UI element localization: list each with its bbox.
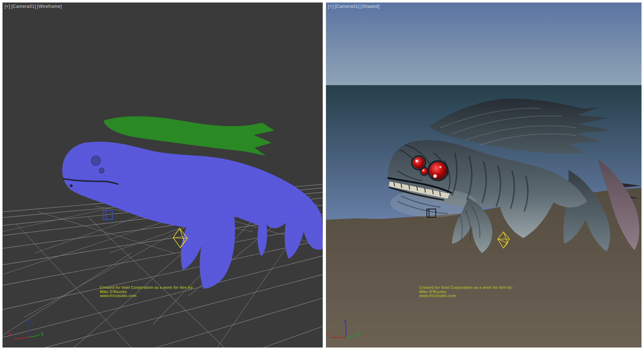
sky-background: [326, 3, 641, 85]
axis-x-label: x: [327, 331, 329, 336]
axis-x-label: X: [8, 332, 11, 337]
viewport-overlay-menu[interactable]: [+]: [328, 4, 333, 9]
fish-eye-outline-large: [91, 156, 101, 165]
watermark-line-1: Created for Intel Corporation as a work …: [419, 286, 513, 290]
eye-medium: [413, 157, 424, 169]
viewport-overlay-menu[interactable]: [+]: [5, 4, 10, 9]
world-axis-gizmo: X Z y: [8, 319, 44, 339]
watermark-line-1: Created for Intel Corporation as a work …: [100, 286, 194, 290]
axis-y-label: y: [41, 331, 44, 336]
axis-y-line: [29, 334, 40, 337]
watermark-line-3: www.frizstudio.com: [419, 294, 513, 298]
viewport-pov-menu[interactable]: [Camera01]: [11, 4, 36, 9]
viewport-label-shaded: [+] [Camera01] [Shaded]: [328, 4, 380, 9]
mouth-shadow-dot: [70, 184, 73, 187]
eye-small: [421, 168, 428, 175]
dual-viewport-frame: X Z y [+] [Camera01] [Wireframe] Created…: [0, 0, 644, 350]
axis-y-label: y: [358, 331, 361, 336]
viewport-shaded[interactable]: x Z y [+] [Camera01] [Shaded] Created fo…: [326, 3, 641, 347]
viewport-wireframe[interactable]: X Z y [+] [Camera01] [Wireframe] Created…: [3, 3, 323, 347]
fish-eye-outline-small: [99, 168, 104, 173]
copyright-watermark: Created for Intel Corporation as a work …: [100, 286, 194, 298]
viewport-shading-menu[interactable]: [Shaded]: [361, 4, 380, 9]
copyright-watermark: Created for Intel Corporation as a work …: [419, 286, 513, 298]
viewport-shading-menu[interactable]: [Wireframe]: [37, 4, 62, 9]
axis-x-line: [14, 337, 29, 339]
axis-z-label: Z: [27, 319, 30, 324]
viewport-label-wireframe: [+] [Camera01] [Wireframe]: [5, 4, 62, 9]
eye-large: [429, 162, 447, 179]
axis-z-label: Z: [344, 319, 346, 324]
viewport-pov-menu[interactable]: [Camera01]: [335, 4, 359, 9]
fish-model-wireframe[interactable]: [62, 116, 323, 289]
watermark-line-3: www.frizstudio.com: [100, 294, 194, 298]
